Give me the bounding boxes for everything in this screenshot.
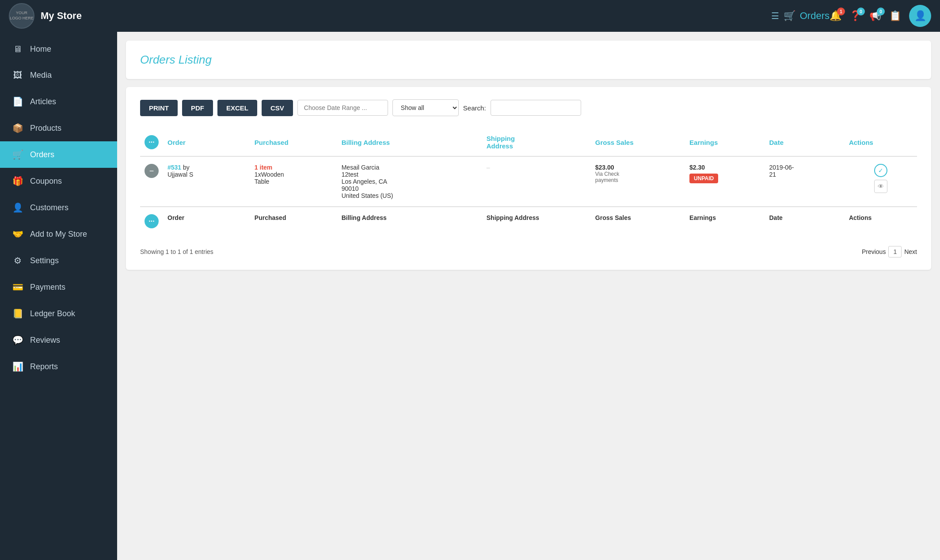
orders-card: PRINT PDF EXCEL CSV Show all Search: ··· bbox=[126, 87, 931, 270]
row-date-cell: 2019-06-21 bbox=[765, 156, 844, 207]
sidebar-item-add-to-store[interactable]: 🤝 Add to My Store bbox=[0, 221, 117, 247]
page-number[interactable]: 1 bbox=[888, 246, 902, 257]
sh-earnings: Earnings bbox=[685, 207, 765, 235]
billing-addr1: 12test bbox=[342, 171, 478, 178]
sidebar-item-home[interactable]: 🖥 Home bbox=[0, 36, 117, 62]
page-title: Orders bbox=[800, 10, 830, 22]
row-status-cell: − bbox=[140, 156, 163, 207]
sidebar-label-home: Home bbox=[30, 45, 51, 54]
sidebar-item-reviews[interactable]: 💬 Reviews bbox=[0, 327, 117, 353]
notepad-icon[interactable]: 📋 bbox=[889, 10, 901, 22]
prev-button[interactable]: Previous bbox=[862, 248, 886, 255]
row-earnings-cell: $2.30 UNPAID bbox=[685, 156, 765, 207]
purchased-count[interactable]: 1 item bbox=[255, 164, 333, 171]
help-badge: 0 bbox=[857, 8, 865, 15]
shipping-value: – bbox=[487, 164, 490, 171]
sidebar-item-media[interactable]: 🖼 Media bbox=[0, 62, 117, 88]
sidebar-label-customers: Customers bbox=[30, 203, 69, 212]
sidebar-item-ledger[interactable]: 📒 Ledger Book bbox=[0, 300, 117, 327]
orders-table: ··· Order Purchased Billing Address Ship… bbox=[140, 129, 917, 235]
th-purchased: Purchased bbox=[250, 129, 337, 156]
th-order: Order bbox=[163, 129, 250, 156]
sidebar-label-payments: Payments bbox=[30, 283, 65, 292]
minus-icon[interactable]: − bbox=[145, 164, 159, 178]
row-gross-cell: $23.00 Via Checkpayments bbox=[591, 156, 685, 207]
page-nav: ☰ 🛒 Orders bbox=[771, 10, 830, 22]
sidebar-item-payments[interactable]: 💳 Payments bbox=[0, 274, 117, 300]
cart-icon[interactable]: 🛒 bbox=[784, 10, 795, 22]
add-store-icon: 🤝 bbox=[12, 229, 23, 239]
sidebar-item-products[interactable]: 📦 Products bbox=[0, 115, 117, 141]
unpaid-badge: UNPAID bbox=[689, 174, 718, 183]
csv-button[interactable]: CSV bbox=[262, 100, 293, 116]
view-button[interactable]: 👁 bbox=[874, 180, 887, 193]
earnings-amount: $2.30 bbox=[689, 164, 760, 171]
sidebar-item-coupons[interactable]: 🎁 Coupons bbox=[0, 168, 117, 194]
row-actions-cell: ✓ 👁 bbox=[845, 156, 917, 207]
row-purchased-cell: 1 item 1xWoodenTable bbox=[250, 156, 337, 207]
sh-actions: Actions bbox=[845, 207, 917, 235]
search-input[interactable] bbox=[491, 100, 581, 116]
sh-shipping: Shipping Address bbox=[482, 207, 591, 235]
brand-name: My Store bbox=[41, 10, 758, 22]
notifications-icon[interactable]: 🔔 1 bbox=[830, 10, 841, 22]
action-buttons: ✓ 👁 bbox=[849, 164, 913, 193]
next-button[interactable]: Next bbox=[904, 248, 917, 255]
sh-billing: Billing Address bbox=[337, 207, 482, 235]
second-dots-icon[interactable]: ··· bbox=[145, 214, 159, 228]
megaphone-icon[interactable]: 📢 0 bbox=[869, 10, 881, 22]
th-billing: Billing Address bbox=[337, 129, 482, 156]
ledger-icon: 📒 bbox=[12, 308, 23, 319]
sidebar: 🖥 Home 🖼 Media 📄 Articles 📦 Products 🛒 O… bbox=[0, 32, 117, 560]
th-actions: Actions bbox=[845, 129, 917, 156]
billing-city: Los Angeles, CA bbox=[342, 178, 478, 185]
main-content: Orders Listing PRINT PDF EXCEL CSV Show … bbox=[117, 32, 940, 560]
sidebar-label-orders: Orders bbox=[30, 150, 54, 159]
row-order-cell: #531 byUjjawal S bbox=[163, 156, 250, 207]
excel-button[interactable]: EXCEL bbox=[217, 100, 257, 116]
table-header-row: ··· Order Purchased Billing Address Ship… bbox=[140, 129, 917, 156]
approve-button[interactable]: ✓ bbox=[874, 164, 887, 177]
sidebar-item-reports[interactable]: 📊 Reports bbox=[0, 353, 117, 380]
billing-zip: 90010 bbox=[342, 185, 478, 192]
pagination-row: Showing 1 to 1 of 1 entries Previous 1 N… bbox=[140, 246, 917, 257]
sidebar-label-reports: Reports bbox=[30, 362, 58, 371]
print-button[interactable]: PRINT bbox=[140, 100, 178, 116]
sh-icon: ··· bbox=[140, 207, 163, 235]
header-dots-icon[interactable]: ··· bbox=[145, 135, 159, 149]
toolbar: PRINT PDF EXCEL CSV Show all Search: bbox=[140, 99, 917, 116]
show-all-select[interactable]: Show all bbox=[392, 99, 459, 116]
pdf-button[interactable]: PDF bbox=[182, 100, 213, 116]
reviews-icon: 💬 bbox=[12, 335, 23, 345]
row-shipping-cell: – bbox=[482, 156, 591, 207]
coupons-icon: 🎁 bbox=[12, 176, 23, 186]
order-link[interactable]: #531 bbox=[167, 164, 181, 171]
sidebar-label-articles: Articles bbox=[30, 97, 56, 106]
pagination-controls: Previous 1 Next bbox=[862, 246, 917, 257]
sh-order: Order bbox=[163, 207, 250, 235]
customers-icon: 👤 bbox=[12, 202, 23, 213]
billing-country: United States (US) bbox=[342, 192, 478, 199]
sidebar-label-ledger: Ledger Book bbox=[30, 309, 75, 318]
sidebar-item-settings[interactable]: ⚙ Settings bbox=[0, 247, 117, 274]
sidebar-item-customers[interactable]: 👤 Customers bbox=[0, 194, 117, 221]
topnav-right: 🔔 1 ❓ 0 📢 0 📋 👤 bbox=[830, 5, 931, 27]
sidebar-label-products: Products bbox=[30, 124, 61, 133]
date-range-input[interactable] bbox=[297, 100, 388, 116]
sidebar-item-orders[interactable]: 🛒 Orders bbox=[0, 141, 117, 168]
megaphone-badge: 0 bbox=[877, 8, 885, 15]
second-header-row: ··· Order Purchased Billing Address Ship… bbox=[140, 207, 917, 235]
pagination-info: Showing 1 to 1 of 1 entries bbox=[140, 248, 213, 255]
reports-icon: 📊 bbox=[12, 361, 23, 372]
table-row: − #531 byUjjawal S 1 item 1xWoodenTable … bbox=[140, 156, 917, 207]
sidebar-item-articles[interactable]: 📄 Articles bbox=[0, 88, 117, 115]
hamburger-icon[interactable]: ☰ bbox=[771, 11, 779, 21]
sidebar-label-settings: Settings bbox=[30, 256, 59, 265]
order-date: 2019-06-21 bbox=[769, 164, 794, 178]
sh-purchased: Purchased bbox=[250, 207, 337, 235]
th-date: Date bbox=[765, 129, 844, 156]
user-avatar[interactable]: 👤 bbox=[909, 5, 931, 27]
help-icon[interactable]: ❓ 0 bbox=[849, 10, 861, 22]
store-logo[interactable]: YOUR LOGO HERE bbox=[9, 3, 34, 29]
th-gross-sales: Gross Sales bbox=[591, 129, 685, 156]
